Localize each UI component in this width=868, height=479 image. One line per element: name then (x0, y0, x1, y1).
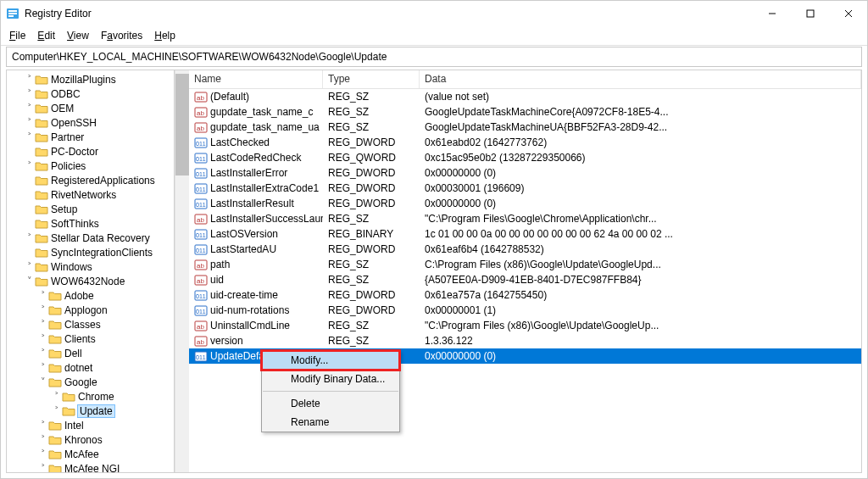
maximize-button[interactable] (791, 1, 829, 26)
tree-item-clients[interactable]: ˃Clients (7, 331, 174, 346)
folder-icon (48, 420, 62, 432)
value-row[interactable]: abuidREG_SZ{A507EE0A-D909-41EB-8401-D7EC… (189, 272, 861, 287)
expander-icon[interactable]: ˃ (24, 232, 35, 243)
value-type: REG_QWORD (323, 152, 420, 164)
tree-item-partner[interactable]: ˃Partner (7, 130, 174, 144)
ctx-delete[interactable]: Delete (262, 394, 399, 413)
expander-icon[interactable]: ˃ (24, 74, 35, 85)
expander-icon[interactable]: ˃ (51, 405, 62, 416)
tree-item-rivetnetworks[interactable]: RivetNetworks (7, 187, 174, 202)
expander-icon[interactable]: ˃ (37, 333, 48, 344)
expander-icon[interactable]: ˃ (51, 391, 62, 402)
tree-label: RegisteredApplications (51, 175, 155, 187)
value-row[interactable]: 011LastInstallerErrorREG_DWORD0x00000000… (189, 165, 861, 181)
folder-icon (35, 247, 48, 259)
expander-icon[interactable]: ˃ (24, 131, 35, 142)
tree-item-khronos[interactable]: ˃Khronos (7, 432, 174, 447)
tree-item-chrome[interactable]: ˃Chrome (7, 389, 174, 404)
tree-vscroll[interactable] (175, 70, 189, 472)
expander-icon[interactable]: ˅ (24, 276, 35, 287)
tree-item-mozillaplugins[interactable]: ˃MozillaPlugins (7, 72, 174, 86)
expander-icon[interactable]: ˃ (24, 117, 35, 128)
expander-icon[interactable]: ˃ (24, 103, 35, 114)
tree-item-mcafee-ngi[interactable]: ˃McAfee NGI (7, 461, 174, 472)
tree-panel[interactable]: ˃MozillaPlugins˃ODBC˃OEM˃OpenSSH˃Partner… (7, 70, 175, 472)
value-row[interactable]: abgupdate_task_name_uaREG_SZGoogleUpdate… (189, 120, 861, 135)
value-row[interactable]: 011LastCheckedREG_DWORD0x61eabd02 (16427… (189, 135, 861, 150)
expander-icon[interactable]: ˃ (37, 448, 48, 460)
list-headers[interactable]: Name Type Data (189, 70, 861, 89)
tree-label: McAfee (64, 448, 99, 460)
tree-item-policies[interactable]: ˃Policies (7, 159, 174, 173)
tree-item-update[interactable]: ˃Update (7, 404, 174, 418)
tree-item-applogon[interactable]: ˃Applogon (7, 303, 174, 317)
value-row[interactable]: abLastInstallerSuccessLaunc...REG_SZ"C:\… (189, 211, 861, 226)
header-type[interactable]: Type (323, 70, 420, 88)
tree-item-syncintegrationclients[interactable]: SyncIntegrationClients (7, 245, 174, 259)
address-bar[interactable]: Computer\HKEY_LOCAL_MACHINE\SOFTWARE\WOW… (6, 47, 862, 67)
tree-item-oem[interactable]: ˃OEM (7, 101, 174, 115)
value-row[interactable]: ab(Default)REG_SZ(value not set) (189, 89, 861, 104)
tree-item-google[interactable]: ˅Google (7, 375, 174, 389)
ctx-rename[interactable]: Rename (262, 413, 399, 432)
ctx-modify-binary-data[interactable]: Modify Binary Data... (262, 370, 399, 388)
value-row[interactable]: 011LastCodeRedCheckREG_QWORD0xc15ac95e0b… (189, 150, 861, 165)
svg-text:011: 011 (196, 354, 206, 360)
tree-item-registeredapplications[interactable]: RegisteredApplications (7, 173, 174, 187)
tree-item-mcafee[interactable]: ˃McAfee (7, 447, 174, 461)
tree-item-openssh[interactable]: ˃OpenSSH (7, 115, 174, 130)
value-row[interactable]: abversionREG_SZ1.3.36.122 (189, 333, 861, 348)
expander-icon[interactable]: ˃ (37, 434, 48, 445)
svg-text:011: 011 (196, 156, 206, 162)
ctx-modify[interactable]: Modify... (262, 351, 399, 370)
tree-item-windows[interactable]: ˃Windows (7, 259, 174, 274)
header-data[interactable]: Data (420, 70, 861, 88)
value-name: uid (210, 274, 224, 286)
tree-item-classes[interactable]: ˃Classes (7, 317, 174, 331)
value-type: REG_DWORD (323, 198, 420, 209)
value-row[interactable]: 011LastOSVersionREG_BINARY1c 01 00 00 0a… (189, 226, 861, 242)
tree-item-softthinks[interactable]: SoftThinks (7, 216, 174, 231)
value-row[interactable]: abUninstallCmdLineREG_SZ"C:\Program File… (189, 318, 861, 333)
expander-icon[interactable]: ˃ (24, 160, 35, 171)
menu-view[interactable]: View (62, 28, 94, 43)
tree-item-odbc[interactable]: ˃ODBC (7, 86, 174, 101)
expander-icon[interactable]: ˅ (37, 376, 48, 387)
value-name: LastChecked (210, 136, 270, 148)
value-data: GoogleUpdateTaskMachineUA{BBF52FA3-28D9-… (420, 121, 861, 133)
svg-rect-5 (807, 10, 814, 17)
expander-icon[interactable]: ˃ (37, 319, 48, 330)
menu-help[interactable]: Help (149, 28, 181, 43)
minimize-button[interactable] (753, 1, 791, 26)
menu-edit[interactable]: Edit (32, 28, 60, 43)
menu-favorites[interactable]: Favorites (96, 28, 147, 43)
expander-icon[interactable]: ˃ (37, 290, 48, 301)
folder-icon (35, 203, 48, 215)
value-row[interactable]: 011LastInstallerResultREG_DWORD0x0000000… (189, 196, 861, 211)
tree-item-wow6432node[interactable]: ˅WOW6432Node (7, 274, 174, 288)
tree-item-stellar-data-recovery[interactable]: ˃Stellar Data Recovery (7, 231, 174, 245)
menu-file[interactable]: File (4, 28, 31, 43)
tree-item-dotnet[interactable]: ˃dotnet (7, 360, 174, 375)
value-row[interactable]: 011LastInstallerExtraCode1REG_DWORD0x000… (189, 181, 861, 196)
expander-icon[interactable]: ˃ (37, 362, 48, 373)
expander-icon[interactable]: ˃ (24, 261, 35, 272)
tree-item-adobe[interactable]: ˃Adobe (7, 288, 174, 303)
tree-item-dell[interactable]: ˃Dell (7, 346, 174, 360)
expander-icon[interactable]: ˃ (37, 304, 48, 315)
value-name: uid-num-rotations (210, 304, 289, 316)
header-name[interactable]: Name (189, 70, 323, 88)
tree-item-pc-doctor[interactable]: PC-Doctor (7, 144, 174, 159)
expander-icon[interactable]: ˃ (24, 88, 35, 99)
value-row[interactable]: 011uid-num-rotationsREG_DWORD0x00000001 … (189, 303, 861, 318)
expander-icon[interactable]: ˃ (37, 463, 48, 472)
value-row[interactable]: 011LastStartedAUREG_DWORD0x61eaf6b4 (164… (189, 242, 861, 257)
expander-icon[interactable]: ˃ (37, 420, 48, 431)
tree-item-setup[interactable]: Setup (7, 202, 174, 216)
tree-item-intel[interactable]: ˃Intel (7, 418, 174, 432)
close-button[interactable] (829, 1, 867, 26)
expander-icon[interactable]: ˃ (37, 348, 48, 359)
value-row[interactable]: abgupdate_task_name_cREG_SZGoogleUpdateT… (189, 104, 861, 120)
value-row[interactable]: 011uid-create-timeREG_DWORD0x61ea757a (1… (189, 287, 861, 303)
value-row[interactable]: abpathREG_SZC:\Program Files (x86)\Googl… (189, 257, 861, 272)
